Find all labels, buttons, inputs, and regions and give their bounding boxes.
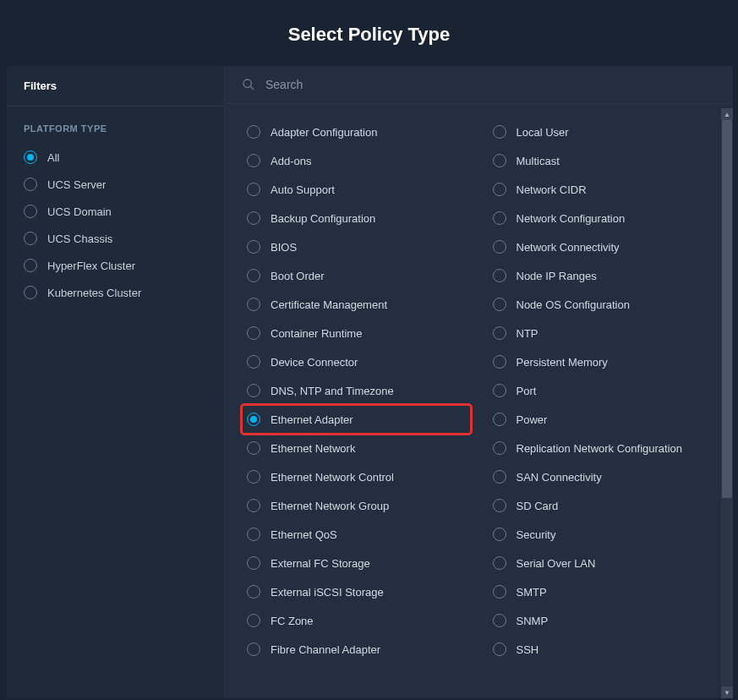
policy-item[interactable]: Auto Support — [242, 175, 471, 204]
policy-item[interactable]: Serial Over LAN — [488, 549, 717, 577]
policy-item-label: Multicast — [517, 155, 560, 167]
policy-item[interactable]: Adapter Configuration — [242, 118, 471, 146]
filter-item-label: UCS Domain — [47, 205, 112, 218]
platform-type-heading: PLATFORM TYPE — [7, 107, 224, 140]
policy-item[interactable]: Persistent Memory — [488, 347, 717, 376]
radio-icon — [247, 269, 260, 282]
policy-item[interactable]: Ethernet Network — [242, 434, 471, 462]
policy-item-label: Local User — [517, 126, 569, 139]
radio-icon — [493, 614, 506, 627]
policy-item[interactable]: DNS, NTP and Timezone — [242, 376, 471, 405]
policy-item-label: External FC Storage — [271, 557, 370, 570]
policy-item[interactable]: Certificate Management — [242, 290, 471, 319]
radio-icon — [247, 183, 260, 196]
policy-item[interactable]: Ethernet Adapter — [242, 405, 471, 434]
radio-icon — [493, 441, 506, 455]
policy-item[interactable]: SMTP — [488, 577, 717, 606]
policy-item[interactable]: SSH — [488, 635, 717, 664]
policy-item-label: Node OS Configuration — [517, 298, 630, 311]
filter-item[interactable]: UCS Server — [7, 171, 224, 198]
policy-item-label: External iSCSI Storage — [271, 586, 384, 599]
main-panel: Adapter ConfigurationLocal UserAdd-onsMu… — [225, 66, 733, 698]
policy-item[interactable]: Replication Network Configuration — [488, 434, 717, 462]
scroll-up-arrow[interactable]: ▲ — [721, 108, 733, 120]
policy-item[interactable]: Device Connector — [242, 347, 471, 376]
policy-item-label: Adapter Configuration — [271, 126, 377, 139]
policy-item-label: SSH — [517, 643, 539, 656]
policy-item[interactable]: BIOS — [242, 232, 471, 261]
filter-item[interactable]: UCS Domain — [7, 198, 224, 225]
policy-item-label: Node IP Ranges — [517, 270, 597, 282]
radio-icon — [247, 441, 260, 455]
radio-icon — [247, 585, 260, 599]
radio-icon — [493, 499, 506, 512]
policy-item[interactable]: Ethernet QoS — [242, 520, 471, 549]
radio-icon — [493, 556, 506, 570]
policy-item-label: Ethernet QoS — [271, 528, 337, 541]
policy-item-label: Power — [517, 413, 548, 426]
policy-item[interactable]: SD Card — [488, 491, 717, 520]
policy-item[interactable]: External iSCSI Storage — [242, 577, 471, 606]
scroll-down-arrow[interactable]: ▼ — [721, 686, 733, 698]
policy-item[interactable]: NTP — [488, 319, 717, 347]
policy-item[interactable]: SNMP — [488, 606, 717, 635]
radio-icon — [247, 384, 260, 397]
policy-item[interactable]: Backup Configuration — [242, 204, 471, 232]
policy-item[interactable]: Boot Order — [242, 261, 471, 290]
policy-item[interactable]: Ethernet Network Group — [242, 491, 471, 520]
policy-item[interactable]: External FC Storage — [242, 549, 471, 577]
policy-item-label: Network Connectivity — [517, 241, 620, 254]
policy-item[interactable]: FC Zone — [242, 606, 471, 635]
radio-icon — [247, 240, 260, 254]
filter-item-label: UCS Server — [47, 178, 106, 191]
policy-item[interactable]: Network Configuration — [488, 204, 717, 232]
policy-item[interactable]: Multicast — [488, 146, 717, 175]
scrollbar-track[interactable]: ▲ ▼ — [721, 108, 733, 698]
scrollbar-thumb[interactable] — [722, 120, 732, 498]
policy-item[interactable]: SAN Connectivity — [488, 462, 717, 491]
page-title: Select Policy Type — [0, 24, 738, 46]
radio-icon — [493, 470, 506, 484]
search-input[interactable] — [265, 78, 716, 91]
search-bar — [225, 66, 733, 104]
policy-item[interactable]: Network Connectivity — [488, 232, 717, 261]
radio-icon — [247, 125, 260, 139]
policy-item-label: Port — [517, 385, 537, 397]
policy-item[interactable]: Power — [488, 405, 717, 434]
filters-title: Filters — [7, 66, 224, 107]
svg-point-0 — [243, 79, 251, 87]
filter-item-label: All — [47, 151, 59, 164]
radio-icon — [24, 232, 37, 245]
policy-item[interactable]: Node OS Configuration — [488, 290, 717, 319]
policy-item-label: BIOS — [271, 241, 297, 254]
radio-icon — [493, 125, 506, 139]
policy-item[interactable]: Ethernet Network Control — [242, 462, 471, 491]
radio-icon — [493, 585, 506, 599]
filter-item[interactable]: Kubernetes Cluster — [7, 279, 224, 306]
policy-item[interactable]: Container Runtime — [242, 319, 471, 347]
policy-item-label: Serial Over LAN — [517, 557, 596, 570]
policy-item[interactable]: Network CIDR — [488, 175, 717, 204]
radio-icon — [247, 614, 260, 627]
radio-icon — [493, 413, 506, 426]
policy-item[interactable]: Add-ons — [242, 146, 471, 175]
policy-item-label: SNMP — [517, 615, 549, 627]
policy-item[interactable]: Fibre Channel Adapter — [242, 635, 471, 664]
policy-item-label: Fibre Channel Adapter — [271, 643, 380, 656]
policy-item[interactable]: Security — [488, 520, 717, 549]
filter-item-label: UCS Chassis — [47, 232, 112, 245]
filter-item[interactable]: HyperFlex Cluster — [7, 252, 224, 279]
policy-item-label: Certificate Management — [271, 298, 387, 311]
policy-item-label: Ethernet Network — [271, 442, 355, 455]
policy-item[interactable]: Port — [488, 376, 717, 405]
policy-item[interactable]: Local User — [488, 118, 717, 146]
policy-item[interactable]: Node IP Ranges — [488, 261, 717, 290]
content-area: Filters PLATFORM TYPE AllUCS ServerUCS D… — [0, 66, 738, 698]
filter-item[interactable]: All — [7, 144, 224, 171]
policy-item-label: Auto Support — [271, 183, 335, 196]
radio-icon — [24, 259, 37, 272]
policy-item-label: Ethernet Adapter — [271, 413, 353, 426]
radio-icon — [493, 240, 506, 254]
filter-item[interactable]: UCS Chassis — [7, 225, 224, 252]
radio-icon — [247, 556, 260, 570]
